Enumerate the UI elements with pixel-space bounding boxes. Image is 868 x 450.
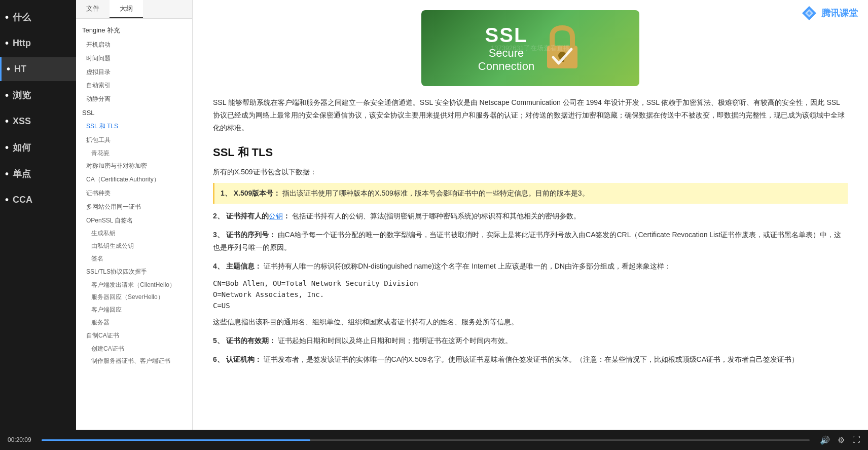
- dn-line-c: C=US: [213, 302, 848, 310]
- outline-item-server[interactable]: 服务器: [76, 316, 192, 329]
- ssl-banner: SSL Secure Connection 137392631了在场查看直播: [421, 10, 639, 86]
- item3-num: 3、: [213, 231, 224, 239]
- outline-section-tengine[interactable]: Tengine 补充: [76, 23, 192, 38]
- outline-tabs: 文件 大纲: [76, 0, 192, 19]
- tencent-logo: 腾讯课堂: [801, 5, 858, 21]
- item6-num: 6、: [213, 355, 224, 363]
- outline-item-create-ca[interactable]: 创建CA证书: [76, 343, 192, 355]
- sidebar-item-6[interactable]: 单点: [0, 162, 76, 186]
- sidebar-item-label-7: CCA: [13, 195, 32, 205]
- tab-doc[interactable]: 文件: [76, 0, 110, 18]
- item1-text: 指出该证书使用了哪种版本的X.509标准，版本号会影响证书中的一些特定信息。目前…: [282, 189, 589, 197]
- section-subtitle: 所有的X.509证书包含以下数据：: [213, 168, 848, 177]
- outline-items: Tengine 补充 开机启动 时间问题 虚拟目录 自动索引 动静分离 SSL …: [76, 19, 192, 430]
- item2-label: 证书持有人的: [226, 212, 269, 220]
- item2-num: 2、: [213, 212, 224, 220]
- cert-item-3: 3、 证书的序列号： 由CA给予每一个证书分配的唯一的数字型编号，当证书被取消时…: [213, 229, 848, 254]
- outline-item-static[interactable]: 动静分离: [76, 92, 192, 106]
- outline-item-server-hello[interactable]: 服务器回应（SeverHello）: [76, 291, 192, 304]
- outline-item-client-hello[interactable]: 客户端发出请求（ClientHello）: [76, 279, 192, 291]
- sidebar-item-4[interactable]: XSS: [0, 109, 76, 133]
- item6-label: 认证机构：: [226, 355, 262, 363]
- outline-item-client-resp[interactable]: 客户端回应: [76, 304, 192, 316]
- progress-bar-background: [42, 439, 810, 441]
- outline-item-index[interactable]: 自动索引: [76, 79, 192, 92]
- sidebar-item-1[interactable]: Http: [0, 31, 76, 55]
- ssl-banner-text: SSL Secure Connection: [478, 24, 534, 73]
- item3-label: 证书的序列号：: [226, 231, 276, 239]
- item5-label: 证书的有效期：: [226, 336, 276, 345]
- tencent-diamond-icon: [801, 5, 817, 21]
- outline-item-sign[interactable]: 签名: [76, 252, 192, 265]
- item2-text: 包括证书持有人的公钥、算法(指明密钥属于哪种密码系统)的标识符和其他相关的密钥参…: [292, 212, 581, 220]
- sidebar-item-2[interactable]: HT: [0, 57, 76, 81]
- left-sidebar: 什么 Http HT 浏览 XSS 如何 单点 CCA: [0, 0, 76, 430]
- intro-text: SSL 能够帮助系统在客户端和服务器之间建立一条安全通信通道。SSL 安全协议是…: [213, 96, 848, 135]
- item4-text: 证书持有人唯一的标识符(或称DN-distinguished name)这个名字…: [264, 262, 671, 270]
- cert-item-4: 4、 主题信息： 证书持有人唯一的标识符(或称DN-distinguished …: [213, 260, 848, 273]
- tab-outline[interactable]: 大纲: [110, 0, 143, 18]
- dn-line-cn: CN=Bob Allen, OU=Total Network Security …: [213, 279, 848, 287]
- dn-desc: 这些信息指出该科目的通用名、组织单位、组织和国家或者证书持有人的姓名、服务处所等…: [213, 316, 848, 328]
- fullscreen-icon[interactable]: ⛶: [852, 435, 860, 444]
- sidebar-item-0[interactable]: 什么: [0, 5, 76, 29]
- item3-text: 由CA给予每一个证书分配的唯一的数字型编号，当证书被取消时，实际上是将此证书序列…: [213, 231, 841, 251]
- cert-item-6: 6、 认证机构： 证书发布者，是签发该证书的实体唯一的CA的X.509名字。使用…: [213, 353, 848, 366]
- outline-item-make-cert[interactable]: 制作服务器证书、客户端证书: [76, 355, 192, 367]
- sidebar-item-label-3: 浏览: [13, 89, 31, 101]
- item6-text: 证书发布者，是签发该证书的实体唯一的CA的X.509名字。使用该证书意味着信任签…: [264, 355, 799, 363]
- outline-item-public-key[interactable]: 由私钥生成公钥: [76, 240, 192, 252]
- ssl-image-container: SSL Secure Connection 137392631了在场查看直播: [213, 10, 848, 86]
- sidebar-item-5[interactable]: 如何: [0, 135, 76, 160]
- sidebar-item-label-4: XSS: [13, 116, 31, 127]
- outline-item-capture[interactable]: 抓包工具: [76, 133, 192, 147]
- progress-area[interactable]: [42, 439, 810, 441]
- outline-item-openssl[interactable]: OPenSSL 自签名: [76, 214, 192, 228]
- item4-label: 主题信息：: [226, 262, 262, 270]
- cert-item-2: 2、 证书持有人的公钥： 包括证书持有人的公钥、算法(指明密钥属于哪种密码系统)…: [213, 210, 848, 222]
- item1-label: X.509版本号：: [234, 189, 281, 197]
- outline-item-time[interactable]: 时间问题: [76, 52, 192, 65]
- lock-icon: [542, 23, 583, 73]
- outline-item-handshake[interactable]: SSL/TLS协议四次握手: [76, 265, 192, 279]
- sidebar-item-label-1: Http: [13, 38, 31, 49]
- item5-text: 证书起始日期和时间以及终止日期和时间；指明证书在这两个时间内有效。: [278, 336, 512, 345]
- cert-item-5: 5、 证书的有效期： 证书起始日期和时间以及终止日期和时间；指明证书在这两个时间…: [213, 334, 848, 347]
- volume-icon[interactable]: 🔊: [820, 435, 830, 445]
- sidebar-item-label-2: HT: [14, 64, 26, 74]
- item2-colon: ：: [283, 212, 290, 220]
- sidebar-item-label-6: 单点: [13, 168, 31, 180]
- outline-section-ssl[interactable]: SSL: [76, 106, 192, 120]
- item1-num: 1、: [221, 189, 232, 197]
- sidebar-item-label-0: 什么: [13, 11, 31, 23]
- bottom-controls: 🔊 ⚙ ⛶: [820, 435, 860, 445]
- outline-item-multi-domain[interactable]: 多网站公用同一证书: [76, 200, 192, 214]
- outline-item-self-ca[interactable]: 自制CA证书: [76, 329, 192, 343]
- section-title-ssl-tls: SSL 和 TLS: [213, 145, 848, 160]
- outline-item-ca[interactable]: CA（Certificate Authority）: [76, 173, 192, 186]
- outline-item-virtual[interactable]: 虚拟目录: [76, 65, 192, 79]
- bottom-bar: 00:20:09 🔊 ⚙ ⛶: [0, 430, 868, 450]
- content-area: 腾讯课堂 SSL Secure Connection: [193, 0, 868, 430]
- progress-bar-fill: [42, 439, 310, 441]
- outline-item-encrypt[interactable]: 对称加密与非对称加密: [76, 159, 192, 173]
- sidebar-item-3[interactable]: 浏览: [0, 83, 76, 107]
- outline-panel: 文件 大纲 Tengine 补充 开机启动 时间问题 虚拟目录 自动索引 动静分…: [76, 0, 193, 430]
- cert-item-1: 1、 X.509版本号： 指出该证书使用了哪种版本的X.509标准，版本号会影响…: [213, 183, 848, 204]
- outline-item-cert-types[interactable]: 证书种类: [76, 186, 192, 200]
- item4-num: 4、: [213, 262, 224, 270]
- dn-line-o: O=Network Associates, Inc.: [213, 290, 848, 298]
- tencent-label: 腾讯课堂: [821, 7, 858, 19]
- outline-item-private-key[interactable]: 生成私钥: [76, 227, 192, 240]
- public-key-link[interactable]: 公钥: [269, 212, 283, 220]
- item5-num: 5、: [213, 336, 224, 345]
- settings-icon[interactable]: ⚙: [838, 435, 845, 445]
- sidebar-item-label-5: 如何: [13, 141, 31, 154]
- outline-item-fiddler[interactable]: 青花瓷: [76, 147, 192, 160]
- outline-item-kaiji[interactable]: 开机启动: [76, 38, 192, 52]
- outline-item-ssltls[interactable]: SSL 和 TLS: [76, 120, 192, 133]
- sidebar-item-7[interactable]: CCA: [0, 188, 76, 212]
- time-display: 00:20:09: [8, 436, 31, 443]
